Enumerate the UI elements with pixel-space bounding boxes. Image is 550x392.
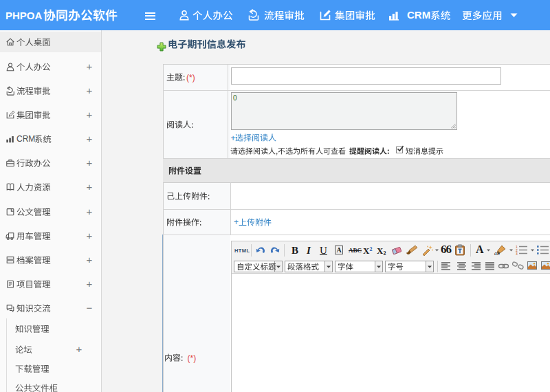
svg-text:ab: ab — [494, 250, 500, 256]
svg-text:3: 3 — [516, 252, 518, 256]
